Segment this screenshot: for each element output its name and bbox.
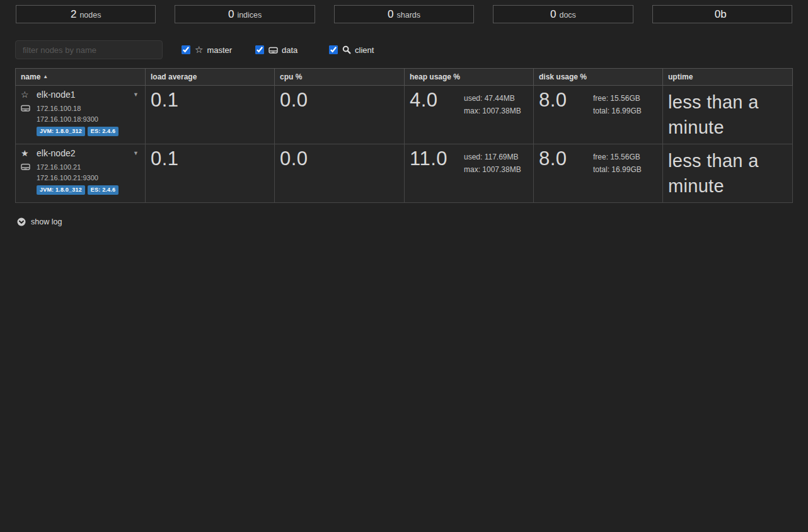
shards-count: 0 [388,8,393,21]
docs-label: docs [559,11,575,20]
node-name: elk-node1 [37,90,76,100]
client-label: client [355,45,374,55]
show-log-label: show log [31,217,62,226]
drive-icon [21,104,32,112]
show-log-toggle[interactable]: show log [17,217,62,226]
column-header-cpu[interactable]: cpu % [275,69,405,86]
column-header-disk-usage[interactable]: disk usage % [534,69,663,86]
star-icon: ☆ [195,45,203,54]
disk-usage-cell: 8.0 free: 15.56GB total: 16.99GB [534,144,663,203]
disk-total: total: 16.99GB [593,105,642,117]
drive-icon [21,163,32,171]
cpu-value: 0.0 [280,148,399,170]
es-version-badge: ES: 2.4.6 [88,185,118,195]
node-transport-address: 172.16.100.18:9300 [37,115,140,123]
jvm-version-badge: JVM: 1.8.0_312 [37,127,85,136]
uptime-value: less than a minute [668,148,787,199]
heap-usage-cell: 4.0 used: 47.44MB max: 1007.38MB [405,86,534,144]
cpu-cell: 0.0 [275,86,405,144]
stat-box-size[interactable]: 0b [652,5,792,23]
search-icon [342,45,351,54]
master-checkbox[interactable] [182,45,190,54]
shards-label: shards [396,11,420,20]
table-row: ☆ elk-node1 ▼ 172.16.100.18 172.16.100.1… [16,86,793,144]
node-name: elk-node2 [37,148,76,158]
filter-data-group[interactable]: data [255,45,310,55]
load-average-cell: 0.1 [146,144,275,203]
indices-count: 0 [228,8,234,21]
heap-max: max: 1007.38MB [464,105,521,117]
nodes-label: nodes [79,11,101,20]
chevron-circle-down-icon [17,217,26,226]
heap-percent-value: 11.0 [410,148,464,176]
size-value: 0b [715,8,727,21]
data-checkbox[interactable] [255,45,264,54]
column-header-heap-usage[interactable]: heap usage % [405,69,534,86]
nodes-count: 2 [71,8,76,21]
node-transport-address: 172.16.100.21:9300 [37,174,140,182]
uptime-cell: less than a minute [663,144,793,203]
stat-box-indices[interactable]: 0 indices [175,5,315,23]
column-header-load-average[interactable]: load average [146,69,275,86]
disk-usage-cell: 8.0 free: 15.56GB total: 16.99GB [534,86,663,144]
es-version-badge: ES: 2.4.6 [88,127,118,136]
node-ip: 172.16.100.18 [37,105,81,112]
drive-icon [268,46,278,54]
cluster-stats-bar: 2 nodes 0 indices 0 shards 0 docs 0b [0,0,808,23]
client-checkbox[interactable] [329,45,338,54]
heap-used: used: 117.69MB [464,151,521,163]
stat-box-docs[interactable]: 0 docs [493,5,633,23]
column-header-uptime[interactable]: uptime [663,69,793,86]
docs-count: 0 [550,8,556,21]
heap-max: max: 1007.38MB [464,163,521,176]
uptime-cell: less than a minute [663,86,793,144]
cpu-cell: 0.0 [275,144,405,203]
nodes-table: name▲ load average cpu % heap usage % di… [15,68,793,203]
indices-label: indices [237,11,262,20]
star-outline-icon: ☆ [21,90,32,100]
stat-box-nodes[interactable]: 2 nodes [16,5,156,23]
disk-percent-value: 8.0 [539,90,593,117]
cpu-value: 0.0 [280,90,399,111]
load-average-value: 0.1 [151,90,269,111]
star-filled-icon: ★ [21,148,32,158]
node-name-cell: ★ elk-node2 ▼ 172.16.100.21 172.16.100.2… [16,144,146,203]
load-average-value: 0.1 [151,148,269,170]
load-average-cell: 0.1 [146,86,275,144]
node-filter-controls: ☆ master data client [15,40,792,59]
sort-asc-icon: ▲ [43,74,48,79]
node-menu-caret-icon[interactable]: ▼ [132,149,140,158]
disk-total: total: 16.99GB [593,163,642,176]
table-row: ★ elk-node2 ▼ 172.16.100.21 172.16.100.2… [16,144,793,203]
jvm-version-badge: JVM: 1.8.0_312 [37,185,85,195]
heap-percent-value: 4.0 [410,90,464,117]
filter-client-group[interactable]: client [329,45,384,55]
node-name-cell: ☆ elk-node1 ▼ 172.16.100.18 172.16.100.1… [16,86,146,144]
heap-usage-cell: 11.0 used: 117.69MB max: 1007.38MB [405,144,534,203]
data-label: data [282,45,297,55]
disk-free: free: 15.56GB [593,151,642,163]
disk-percent-value: 8.0 [539,148,593,176]
node-menu-caret-icon[interactable]: ▼ [132,90,140,99]
stat-box-shards[interactable]: 0 shards [334,5,474,23]
filter-master-group[interactable]: ☆ master [182,45,236,55]
table-header-row: name▲ load average cpu % heap usage % di… [16,69,793,86]
heap-used: used: 47.44MB [464,92,521,105]
column-header-name[interactable]: name▲ [16,69,146,86]
uptime-value: less than a minute [668,90,787,140]
master-label: master [207,45,232,55]
filter-nodes-input[interactable] [15,40,163,59]
node-ip: 172.16.100.21 [37,163,81,171]
disk-free: free: 15.56GB [593,92,642,105]
